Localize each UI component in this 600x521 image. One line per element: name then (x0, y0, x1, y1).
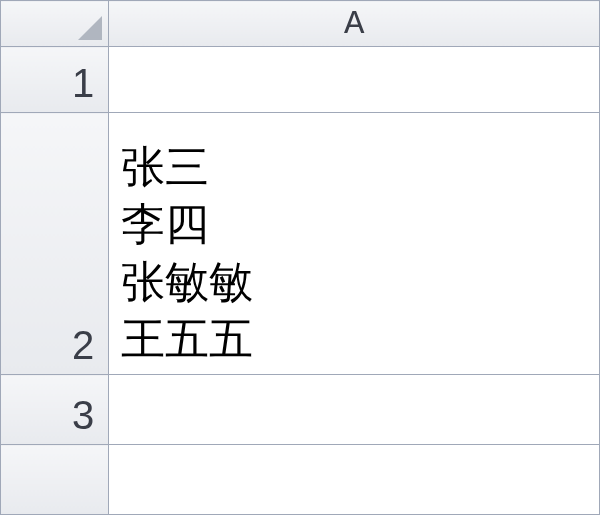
cell-A3[interactable] (109, 375, 600, 445)
row-header-3[interactable]: 3 (1, 375, 109, 445)
cell-A4[interactable] (109, 445, 600, 515)
grid-row-3: 3 (1, 375, 600, 445)
select-all-corner[interactable] (1, 1, 109, 47)
cell-A2[interactable]: 张三 李四 张敏敏 王五五 (109, 113, 600, 375)
grid-row-4 (1, 445, 600, 515)
column-header-A[interactable]: A (109, 1, 600, 47)
grid-row-1: 1 (1, 47, 600, 113)
row-header-4[interactable] (1, 445, 109, 515)
row-header-1[interactable]: 1 (1, 47, 109, 113)
row-header-2[interactable]: 2 (1, 113, 109, 375)
spreadsheet-grid: A 1 2 张三 李四 张敏敏 王五五 3 (0, 0, 600, 515)
cell-A1[interactable] (109, 47, 600, 113)
grid-row-2: 2 张三 李四 张敏敏 王五五 (1, 113, 600, 375)
column-header-row: A (1, 1, 600, 47)
